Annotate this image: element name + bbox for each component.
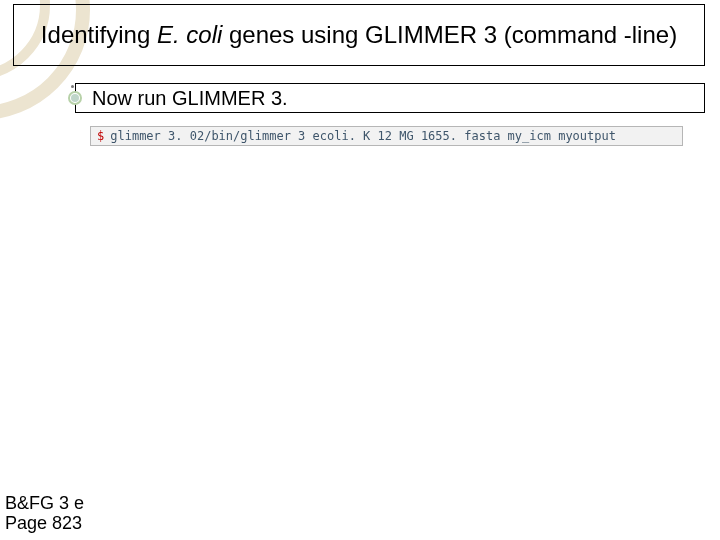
title-part-italic: E. coli: [157, 21, 222, 48]
command-prompt: $: [97, 129, 104, 143]
command-box: $ glimmer 3. 02/bin/glimmer 3 ecoli. K 1…: [90, 126, 683, 146]
bullet-icon: [68, 91, 82, 105]
title-container: Identifying E. coli genes using GLIMMER …: [13, 4, 705, 66]
title-part-pre: Identifying: [41, 21, 157, 48]
title-part-post: genes using GLIMMER 3 (command -line): [222, 21, 677, 48]
bullet-row: Now run GLIMMER 3.: [75, 83, 705, 113]
command-line: glimmer 3. 02/bin/glimmer 3 ecoli. K 12 …: [110, 129, 616, 143]
bullet-text: Now run GLIMMER 3.: [92, 87, 288, 110]
slide-title: Identifying E. coli genes using GLIMMER …: [41, 21, 677, 49]
footer: B&FG 3 e Page 823: [5, 493, 84, 534]
footer-line-1: B&FG 3 e: [5, 493, 84, 514]
slide: Identifying E. coli genes using GLIMMER …: [0, 0, 720, 540]
footer-line-2: Page 823: [5, 513, 84, 534]
